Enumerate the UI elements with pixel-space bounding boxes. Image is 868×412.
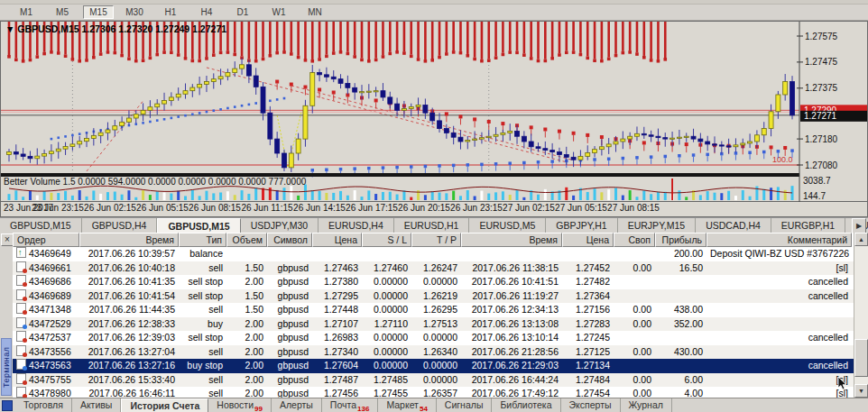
history-row-43471348[interactable]: 434713482017.06.26 11:44:35sell1.50gbpus… bbox=[13, 303, 854, 317]
tab-маркет[interactable]: Маркет54 bbox=[378, 398, 436, 412]
chart-tab-eurjpy-m15[interactable]: EURJPY,M15 bbox=[618, 218, 696, 233]
close-icon[interactable]: × bbox=[1, 233, 14, 246]
time-axis: 23 Jun 201723 Jun 23:1526 Jun 02:1526 Ju… bbox=[4, 203, 660, 213]
cell-volume: 2.00 bbox=[226, 387, 267, 398]
tf-button-d1[interactable]: D1 bbox=[227, 5, 258, 19]
tf-button-h4[interactable]: H4 bbox=[191, 5, 222, 19]
history-row-43469649[interactable]: 434696492017.06.26 10:39:57balance200.00… bbox=[13, 247, 854, 261]
column-header-type[interactable]: Тип bbox=[179, 233, 226, 247]
column-header-price1[interactable]: Цена bbox=[312, 233, 362, 247]
tab-активы[interactable]: Активы bbox=[72, 398, 122, 412]
terminal-icon bbox=[2, 400, 13, 411]
cell-time2: 2017.06.26 12:34:13 bbox=[461, 303, 562, 317]
svg-text:26 Jun 11:15: 26 Jun 11:15 bbox=[241, 203, 293, 213]
tab-новости[interactable]: Новости99 bbox=[208, 398, 272, 412]
cell-price2: 1.27156 bbox=[562, 303, 614, 317]
cell-swap bbox=[614, 247, 655, 261]
column-header-swap[interactable]: Своп bbox=[614, 233, 655, 247]
history-row-43475755[interactable]: 434757552017.06.26 15:33:40sell2.00gbpus… bbox=[13, 373, 854, 388]
svg-text:26 Jun 08:15: 26 Jun 08:15 bbox=[189, 203, 241, 213]
tab-алерты[interactable]: Алерты bbox=[272, 398, 322, 412]
indicator-label: Better Volume 1.5 0.0000 594.0000 0.0000… bbox=[4, 177, 307, 187]
cell-swap: 0.00 bbox=[614, 373, 655, 388]
scrollbar-thumb[interactable] bbox=[854, 339, 868, 377]
tab-почта[interactable]: Почта136 bbox=[322, 398, 379, 412]
scroll-down-icon[interactable]: ▼ bbox=[854, 384, 868, 398]
column-header-volume[interactable]: Объем bbox=[226, 233, 267, 247]
cell-order: 43469661 bbox=[13, 261, 79, 276]
tab-эксперты[interactable]: Эксперты bbox=[561, 398, 621, 412]
column-header-profit[interactable]: Прибыль bbox=[655, 233, 706, 247]
column-header-order[interactable]: Ордер bbox=[13, 233, 79, 247]
cell-volume: 2.00 bbox=[226, 275, 267, 289]
cell-order: 43472537 bbox=[13, 331, 79, 345]
cell-comment: cancelled bbox=[706, 275, 852, 289]
cell-price2: 1.27364 bbox=[562, 289, 614, 304]
column-header-price2[interactable]: Цена bbox=[562, 233, 614, 247]
tab-журнал[interactable]: Журнал bbox=[621, 398, 672, 412]
svg-text:26 Jun 02:15: 26 Jun 02:15 bbox=[84, 203, 136, 213]
column-header-sl[interactable]: S / L bbox=[362, 233, 411, 247]
cell-tp bbox=[411, 247, 461, 261]
history-row-43472529[interactable]: 434725292017.06.26 12:38:33buy2.00gbpusd… bbox=[13, 317, 854, 332]
cell-price1: 1.27456 bbox=[312, 387, 362, 398]
history-row-43469686[interactable]: 434696862017.06.26 10:41:35sell stop2.00… bbox=[13, 275, 854, 289]
price-chart[interactable]: 100.0▼ GBPUSD,M15 1.27306 1.27320 1.2724… bbox=[0, 21, 868, 217]
cell-tp: 1.26247 bbox=[411, 261, 461, 276]
cell-profit: 16.50 bbox=[655, 261, 706, 276]
svg-text:1.27375: 1.27375 bbox=[805, 83, 838, 93]
cell-swap bbox=[614, 275, 655, 289]
history-row-43469661[interactable]: 434696612017.06.26 10:40:18sell1.50gbpus… bbox=[13, 261, 854, 276]
cell-order: 43478980 bbox=[13, 387, 79, 398]
cell-time2: 2017.06.26 13:10:14 bbox=[461, 331, 562, 345]
tf-button-h1[interactable]: H1 bbox=[155, 5, 186, 19]
chart-tab-eurusd-m5[interactable]: EURUSD,M5 bbox=[469, 218, 546, 233]
chart-tabs-scroll-right-icon[interactable]: ▶ bbox=[852, 218, 866, 233]
chart-tab-eurgbp-h1[interactable]: EURGBP,H1 bbox=[771, 218, 845, 233]
column-header-symbol[interactable]: Символ bbox=[267, 233, 312, 247]
history-row-43478980[interactable]: 434789802017.06.26 16:46:11sell2.00gbpus… bbox=[13, 387, 854, 398]
scroll-up-icon[interactable]: ▲ bbox=[854, 233, 868, 246]
tab-сигналы[interactable]: Сигналы bbox=[437, 398, 493, 412]
cell-swap: 0.00 bbox=[614, 387, 655, 398]
tab-библиотека[interactable]: Библиотека bbox=[492, 398, 560, 412]
tf-button-mn[interactable]: MN bbox=[300, 5, 330, 19]
column-header-time1[interactable]: Время bbox=[79, 233, 179, 247]
tf-button-m1[interactable]: M1 bbox=[11, 5, 42, 19]
tf-button-m30[interactable]: M30 bbox=[119, 5, 150, 19]
chart-tab-eurusd-h1[interactable]: EURUSD,H1 bbox=[394, 218, 470, 233]
cell-order: 43472529 bbox=[13, 317, 79, 332]
column-header-time2[interactable]: Время bbox=[461, 233, 562, 247]
chart-tab-gbpjpy-h1[interactable]: GBPJPY,H1 bbox=[546, 218, 617, 233]
chart-tab-eurusd-h4[interactable]: EURUSD,H4 bbox=[319, 218, 394, 233]
sell-order-icon bbox=[16, 373, 26, 384]
chart-tab-gbpusd-h4[interactable]: GBPUSD,H4 bbox=[82, 218, 158, 233]
cell-time1: 2017.06.26 13:27:16 bbox=[79, 359, 179, 373]
tf-button-w1[interactable]: W1 bbox=[263, 5, 294, 19]
history-row-43469689[interactable]: 434696892017.06.26 10:41:54sell stop1.50… bbox=[13, 289, 854, 304]
history-row-43472537[interactable]: 434725372017.06.26 12:39:03sell stop2.00… bbox=[13, 331, 854, 345]
cell-symbol: gbpusd bbox=[267, 373, 312, 388]
cell-time1: 2017.06.26 10:40:18 bbox=[79, 261, 179, 276]
tf-button-m15[interactable]: M15 bbox=[83, 5, 114, 19]
tf-button-m5[interactable]: M5 bbox=[47, 5, 78, 19]
cell-tp: 1.26357 bbox=[411, 387, 461, 398]
history-row-43473563[interactable]: 434735632017.06.26 13:27:16buy stop2.00g… bbox=[13, 359, 854, 373]
tab-история-счета[interactable]: История Счета bbox=[121, 398, 208, 412]
cell-price2: 1.27454 bbox=[562, 387, 614, 398]
history-row-43473556[interactable]: 434735562017.06.26 13:27:04sell2.00gbpus… bbox=[13, 345, 854, 360]
tab-торговля[interactable]: Торговля bbox=[15, 398, 72, 412]
chart-tab-usdjpy-m30[interactable]: USDJPY,M30 bbox=[241, 218, 319, 233]
chart-tab-gbpusd-m15[interactable]: GBPUSD,M15 bbox=[0, 218, 82, 233]
cell-price2: 1.27484 bbox=[562, 373, 614, 388]
cell-comment: cancelled bbox=[706, 359, 852, 373]
table-scrollbar[interactable]: ▲ ▼ bbox=[854, 233, 868, 398]
column-header-tp[interactable]: T / P bbox=[411, 233, 461, 247]
chart-tab-gbpusd-m15[interactable]: GBPUSD,M15 bbox=[157, 218, 240, 233]
cell-profit: 352.00 bbox=[655, 317, 706, 332]
chart-tab-usdcad-h4[interactable]: USDCAD,H4 bbox=[696, 218, 771, 233]
column-header-comment[interactable]: Комментарий bbox=[706, 233, 852, 247]
cell-tp: 0.00000 bbox=[411, 373, 461, 388]
svg-text:26 Jun 20:15: 26 Jun 20:15 bbox=[398, 203, 450, 213]
cell-symbol: gbpusd bbox=[267, 303, 312, 317]
